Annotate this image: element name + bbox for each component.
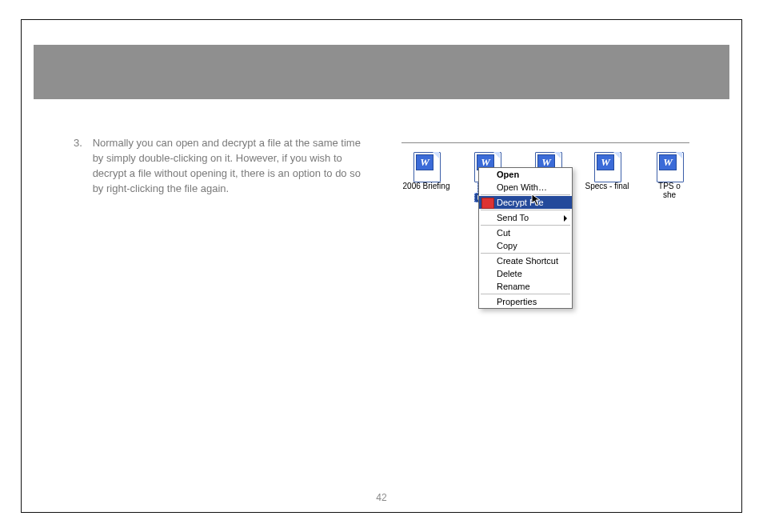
cursor-icon	[531, 194, 544, 206]
file-label: Specs - final	[579, 182, 635, 191]
content-area: 3. Normally you can open and decrypt a f…	[74, 136, 689, 484]
menu-open-with[interactable]: Open With…	[479, 181, 572, 194]
word-doc-icon: W	[593, 151, 621, 182]
menu-separator	[481, 225, 570, 226]
menu-rename[interactable]: Rename	[479, 280, 572, 293]
menu-send-to[interactable]: Send To	[479, 211, 572, 224]
header-bar	[34, 45, 729, 99]
menu-separator	[481, 294, 570, 294]
file-tps[interactable]: W TPS o she	[641, 151, 697, 199]
menu-separator	[481, 253, 570, 254]
menu-open[interactable]: Open	[479, 168, 572, 181]
page-number: 42	[0, 492, 763, 503]
step-paragraph: Normally you can open and decrypt a file…	[93, 136, 373, 196]
file-2006-briefing[interactable]: W 2006 Briefing	[398, 151, 454, 191]
word-doc-icon: W	[413, 151, 440, 182]
context-menu: Open Open With… Decrypt File Send To Cut…	[478, 167, 573, 309]
decrypt-icon	[481, 198, 494, 209]
menu-separator	[481, 194, 570, 195]
menu-separator	[481, 210, 570, 210]
menu-create-shortcut[interactable]: Create Shortcut	[479, 254, 572, 267]
menu-copy[interactable]: Copy	[479, 239, 572, 252]
menu-decrypt-file[interactable]: Decrypt File	[479, 196, 572, 209]
desktop-area: W 2006 Briefing W Mar updat W	[401, 143, 689, 351]
file-label: 2006 Briefing	[398, 182, 454, 191]
menu-cut[interactable]: Cut	[479, 226, 572, 239]
file-specs-final[interactable]: W Specs - final	[579, 151, 635, 191]
screenshot: W 2006 Briefing W Mar updat W	[401, 136, 689, 351]
document-page: 3. Normally you can open and decrypt a f…	[0, 0, 763, 532]
menu-properties[interactable]: Properties	[479, 295, 572, 308]
word-doc-icon: W	[656, 151, 683, 182]
instruction-text: 3. Normally you can open and decrypt a f…	[74, 136, 378, 196]
menu-delete[interactable]: Delete	[479, 267, 572, 280]
file-label: TPS o she	[641, 182, 697, 199]
step-number: 3.	[74, 136, 90, 151]
